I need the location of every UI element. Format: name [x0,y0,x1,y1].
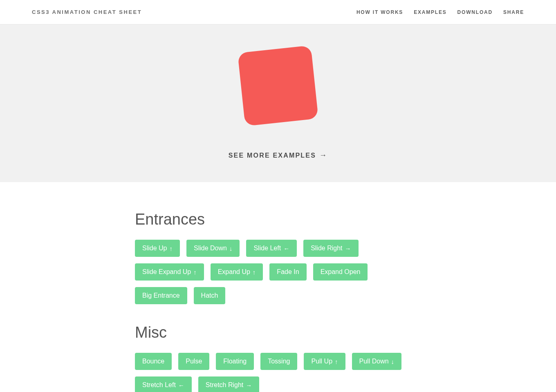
arrow-up-icon: ↑ [169,245,173,252]
arrow-right-icon: → [345,245,351,252]
expand-open-button[interactable]: Expand Open [313,263,368,281]
pulse-button[interactable]: Pulse [178,353,209,370]
arrow-right-icon: → [319,151,327,160]
arrow-left-icon: ← [283,245,289,252]
arrow-up-icon: ↑ [335,359,338,365]
see-more-label: SEE MORE EXAMPLES [229,152,316,159]
fade-in-button[interactable]: Fade In [269,263,306,281]
stretch-right-button[interactable]: Stretch Right→ [198,376,259,392]
misc-heading: Misc [135,324,421,341]
hero-section: SEE MORE EXAMPLES → [0,24,556,182]
arrow-down-icon: ↓ [391,359,395,365]
hatch-button[interactable]: Hatch [194,287,226,304]
slide-right-button[interactable]: Slide Right→ [303,240,358,257]
nav-examples[interactable]: EXAMPLES [414,9,446,15]
slide-expand-up-button[interactable]: Slide Expand Up↑ [135,263,204,281]
expand-up-button[interactable]: Expand Up↑ [211,263,263,281]
pull-down-button[interactable]: Pull Down↓ [352,353,402,370]
slide-up-button[interactable]: Slide Up↑ [135,240,180,257]
nav-download[interactable]: DOWNLOAD [457,9,493,15]
floating-button[interactable]: Floating [216,353,254,370]
arrow-up-icon: ↑ [193,269,197,275]
nav-share[interactable]: SHARE [503,9,524,15]
brand[interactable]: CSS3 ANIMATION CHEAT SHEET [32,9,142,15]
misc-button-group: Bounce Pulse Floating Tossing Pull Up↑ P… [135,353,421,392]
main-nav: HOW IT WORKS EXAMPLES DOWNLOAD SHARE [356,9,524,15]
arrow-right-icon: → [246,382,252,388]
see-more-link[interactable]: SEE MORE EXAMPLES → [229,151,328,160]
content: Entrances Slide Up↑ Slide Down↓ Slide Le… [119,182,437,392]
entrances-button-group: Slide Up↑ Slide Down↓ Slide Left← Slide … [135,240,421,304]
big-entrance-button[interactable]: Big Entrance [135,287,187,304]
bounce-button[interactable]: Bounce [135,353,172,370]
pull-up-button[interactable]: Pull Up↑ [304,353,345,370]
slide-down-button[interactable]: Slide Down↓ [186,240,240,257]
nav-how-it-works[interactable]: HOW IT WORKS [356,9,403,15]
stretch-left-button[interactable]: Stretch Left← [135,376,192,392]
entrances-heading: Entrances [135,211,421,228]
topbar: CSS3 ANIMATION CHEAT SHEET HOW IT WORKS … [0,0,556,24]
slide-left-button[interactable]: Slide Left← [246,240,297,257]
arrow-left-icon: ← [178,382,184,388]
tossing-button[interactable]: Tossing [260,353,297,370]
arrow-up-icon: ↑ [253,269,256,275]
arrow-down-icon: ↓ [229,245,233,252]
animation-demo-box [238,45,318,126]
